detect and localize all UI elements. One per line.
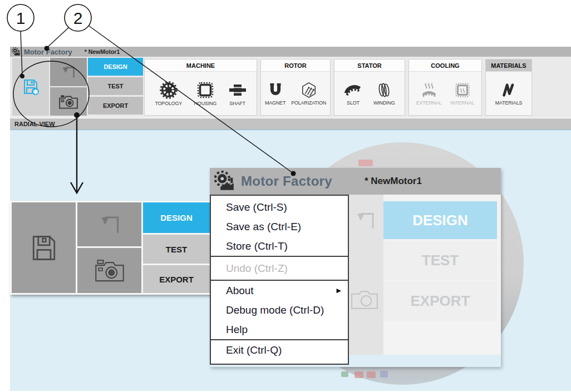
materials-button[interactable]: MATERIALS (494, 82, 524, 106)
tab-export-faded: EXPORT (383, 281, 497, 321)
internal-cooling-label: INTERNAL (450, 100, 474, 106)
svg-text:✱: ✱ (33, 88, 38, 95)
mode-tabs: DESIGN TEST EXPORT (88, 58, 143, 116)
screenshot-button[interactable] (50, 87, 87, 116)
zoomed-toolbar-inset: DESIGN TEST EXPORT (10, 201, 211, 295)
save-button[interactable]: ✱ (12, 58, 49, 116)
magnet-icon (267, 82, 284, 98)
menu-item-exit[interactable]: Exit (Ctrl-Q) (211, 340, 348, 360)
group-title: MATERIALS (486, 59, 531, 72)
callout-1-number: 1 (16, 9, 26, 27)
arrow-return-icon (351, 207, 379, 235)
shaft-button[interactable]: SHAFT (227, 81, 248, 106)
internal-cooling-icon (454, 82, 471, 98)
shaft-icon (229, 81, 247, 99)
shaft-label: SHAFT (229, 101, 245, 106)
ribbon-group-materials: MATERIALS MATERIALS (485, 59, 532, 116)
camera-icon (350, 288, 379, 310)
radial-view-label: RADIAL VIEW (14, 121, 55, 127)
internal-cooling-button[interactable]: INTERNAL (449, 82, 476, 106)
ribbon-group-machine: MACHINE TOPOLOGY HOUSING (144, 59, 257, 116)
polarization-button[interactable]: POLARIZATION (289, 82, 328, 106)
menu-item-undo: Undo (Ctrl-Z) (211, 257, 348, 280)
tab-test-faded: TEST (383, 241, 497, 280)
tab-test[interactable]: TEST (88, 77, 143, 95)
motor-factory-logo-icon (12, 47, 21, 56)
tab-export-zoomed[interactable]: EXPORT (143, 265, 210, 293)
zoomed-app-popup: Motor Factory * NewMotor1 DESIGN TEST EX… (210, 168, 501, 367)
store-arrow-button-zoomed[interactable] (77, 202, 141, 246)
faded-button-column (349, 195, 383, 355)
tab-test-zoomed[interactable]: TEST (143, 235, 210, 264)
external-cooling-label: EXTERNAL (416, 100, 442, 106)
faded-winding-bit (380, 371, 388, 378)
group-title: MACHINE (145, 59, 257, 72)
ribbon-group-rotor: ROTOR MAGNET (260, 59, 331, 116)
popup-app-title: Motor Factory (241, 173, 332, 189)
winding-button[interactable]: WINDING (372, 82, 397, 106)
screenshot-button-zoomed[interactable] (77, 248, 141, 293)
popup-titlebar: Motor Factory * NewMotor1 (210, 168, 501, 195)
group-title: ROTOR (261, 59, 330, 72)
document-name: * NewMotor1 (85, 48, 120, 55)
topology-button[interactable]: TOPOLOGY (153, 81, 184, 106)
faded-winding-bit (341, 371, 348, 377)
winding-label: WINDING (373, 100, 395, 106)
faded-winding-bit (367, 371, 376, 378)
save-floppy-icon (28, 232, 60, 264)
faded-winding-bit (355, 371, 363, 378)
housing-icon (196, 81, 214, 99)
ribbon-group-cooling: COOLING EXTERNAL (408, 59, 482, 116)
magnet-label: MAGNET (265, 100, 286, 106)
menu-item-save[interactable]: Save (Ctrl-S) (211, 197, 348, 217)
app-title: Motor Factory (24, 48, 72, 56)
camera-icon (58, 94, 78, 110)
group-title: COOLING (409, 59, 481, 72)
slot-icon (344, 82, 362, 98)
save-button-zoomed[interactable] (12, 202, 76, 293)
menu-item-save-as[interactable]: Save as (Ctrl-E) (211, 217, 348, 236)
tab-export[interactable]: EXPORT (88, 97, 143, 115)
arrow-return-icon (95, 210, 124, 239)
callout-circle-1: 1 (7, 4, 34, 31)
ribbon: ✱ DESIGN TEST EXPORT MACHINE (10, 57, 571, 118)
topology-label: TOPOLOGY (155, 101, 182, 106)
save-floppy-icon: ✱ (21, 77, 40, 96)
menu-item-about[interactable]: About ▶ (211, 281, 348, 300)
camera-icon (94, 259, 125, 283)
screenshot-stage: Motor Factory * NewMotor1 ✱ (0, 0, 571, 392)
radial-view-bar: RADIAL VIEW (10, 118, 571, 130)
topology-icon (160, 81, 178, 99)
menu-item-store[interactable]: Store (Ctrl-T) (211, 236, 348, 256)
main-titlebar: Motor Factory * NewMotor1 (10, 47, 571, 57)
callout-2-number: 2 (73, 9, 83, 27)
polarization-icon (301, 82, 317, 98)
motor-factory-logo-icon (214, 171, 235, 192)
arrow-return-icon (59, 63, 78, 82)
callout-circle-2: 2 (65, 4, 91, 31)
popup-document-name: * NewMotor1 (365, 176, 422, 187)
submenu-arrow-icon: ▶ (337, 281, 341, 300)
slot-label: SLOT (347, 100, 360, 106)
housing-label: HOUSING (194, 101, 217, 106)
tab-design-zoomed[interactable]: DESIGN (143, 202, 210, 233)
about-label: About (226, 285, 254, 296)
menu-item-debug-mode[interactable]: Debug mode (Ctrl-D) (211, 300, 348, 320)
materials-icon (500, 82, 517, 98)
slot-button[interactable]: SLOT (342, 82, 363, 106)
polarization-label: POLARIZATION (291, 100, 326, 106)
materials-label: MATERIALS (495, 100, 523, 106)
file-menu: Save (Ctrl-S) Save as (Ctrl-E) Store (Ct… (210, 195, 349, 365)
winding-icon (376, 82, 392, 98)
magnet-button[interactable]: MAGNET (263, 82, 287, 106)
external-cooling-button[interactable]: EXTERNAL (415, 82, 444, 106)
faded-magnet-segment (358, 160, 373, 166)
tab-design[interactable]: DESIGN (88, 58, 143, 76)
store-arrow-button[interactable] (50, 58, 87, 86)
tab-design-faded: DESIGN (383, 201, 497, 239)
menu-item-help[interactable]: Help (211, 320, 348, 339)
external-cooling-icon (421, 82, 437, 98)
group-title: STATOR (334, 59, 405, 72)
housing-button[interactable]: HOUSING (193, 81, 219, 106)
ribbon-group-stator: STATOR SLOT (334, 59, 405, 116)
